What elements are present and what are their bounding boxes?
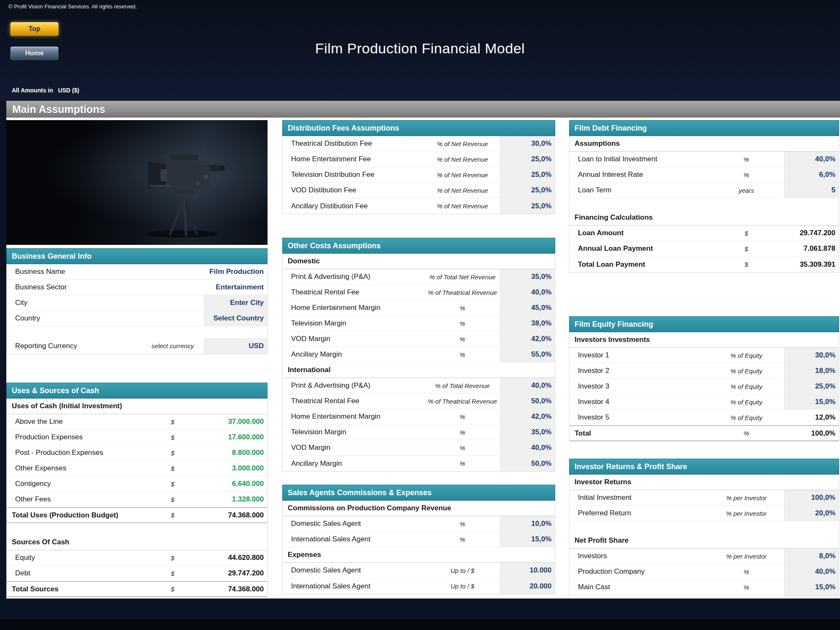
table-row: Television Distribution Fee% of Net Reve… bbox=[283, 167, 555, 183]
row-label: Other Expenses bbox=[7, 461, 141, 476]
row-unit bbox=[141, 295, 204, 310]
row-label: Uses of Cash (Initial Investment) bbox=[7, 399, 267, 414]
row-label: Business Name bbox=[7, 264, 141, 279]
row-label: Television Distribution Fee bbox=[283, 167, 425, 182]
row-unit bbox=[141, 311, 204, 326]
other-costs-body: DomesticPrint & Advertising (P&A)% of To… bbox=[282, 254, 555, 472]
input-value-cell[interactable]: 40,0% bbox=[500, 285, 555, 300]
row-unit: $ bbox=[141, 566, 204, 581]
row-unit: % of Net Revenue bbox=[425, 198, 500, 214]
top-button[interactable]: Top bbox=[10, 22, 59, 36]
input-value-cell[interactable]: Select Country bbox=[204, 311, 267, 326]
table-row: Annual Interest Rate%6,0% bbox=[570, 167, 839, 183]
table-row: Net Profit Share bbox=[570, 533, 839, 549]
row-unit: % per Investor bbox=[709, 490, 784, 505]
input-value-cell[interactable]: 30,0% bbox=[784, 348, 839, 363]
input-value-cell[interactable]: 42,0% bbox=[500, 409, 555, 424]
table-row: VOD Margin%42,0% bbox=[283, 331, 555, 347]
row-unit: $ bbox=[141, 476, 204, 491]
row-unit: $ bbox=[141, 445, 204, 460]
input-value-cell[interactable]: 100,0% bbox=[784, 490, 839, 505]
distribution-fees-header: Distribution Fees Assumptions bbox=[282, 120, 555, 136]
value-cell: 17.600.000 bbox=[204, 430, 267, 445]
row-label: Television Margin bbox=[283, 425, 425, 440]
input-value-cell[interactable]: 25,0% bbox=[500, 198, 555, 214]
sales-agents-section: Sales Agents Commissions & ExpensesCommi… bbox=[282, 485, 555, 594]
row-label: Investor 4 bbox=[570, 394, 709, 410]
input-value-cell[interactable]: 25,0% bbox=[784, 379, 839, 394]
input-value-cell[interactable]: 40,0% bbox=[784, 152, 839, 167]
main-assumptions-bar: Main Assumptions bbox=[6, 101, 840, 118]
table-row: International bbox=[283, 362, 555, 378]
input-value-cell[interactable]: 35,0% bbox=[500, 269, 555, 284]
input-value-cell[interactable]: Enter City bbox=[204, 295, 267, 310]
row-unit: $ bbox=[141, 461, 204, 476]
input-value-cell[interactable]: 15,0% bbox=[784, 394, 839, 410]
left-column: Business General InfoBusiness NameFilm P… bbox=[6, 120, 268, 597]
row-label: Home Entertainment Margin bbox=[283, 300, 425, 315]
input-value-cell[interactable]: 25,0% bbox=[500, 167, 555, 182]
input-value-cell[interactable]: 20.000 bbox=[500, 578, 555, 594]
input-value-cell[interactable]: 25,0% bbox=[500, 152, 555, 167]
table-row: Loan Termyears5 bbox=[570, 183, 839, 198]
row-label: Total Uses (Production Budget) bbox=[7, 508, 141, 522]
input-value-cell[interactable]: 15,0% bbox=[500, 532, 555, 547]
input-value-cell[interactable]: 18,0% bbox=[784, 363, 839, 378]
row-unit: % of Net Revenue bbox=[425, 152, 500, 167]
input-value-cell[interactable]: 42,0% bbox=[500, 331, 555, 346]
row-label: Total bbox=[570, 426, 709, 441]
input-value-cell[interactable]: 15,0% bbox=[784, 580, 839, 595]
row-label: Other Fees bbox=[7, 492, 141, 507]
table-row: Total Sources$74.368.000 bbox=[7, 581, 267, 597]
table-row: International Sales AgentUp to / $20.000 bbox=[283, 578, 555, 594]
input-value-cell[interactable]: 38,0% bbox=[500, 316, 555, 331]
value-cell: 74.368.000 bbox=[204, 582, 267, 596]
row-unit: % of Theatrical Revenue bbox=[425, 285, 500, 300]
row-label: International bbox=[283, 362, 555, 378]
input-value-cell[interactable]: 10,0% bbox=[500, 516, 555, 531]
input-value-cell[interactable]: 45,0% bbox=[500, 300, 555, 315]
row-label: Post - Production Expenses bbox=[7, 445, 141, 460]
middle-column: Distribution Fees AssumptionsTheatrical … bbox=[282, 120, 555, 594]
page: © Profit Vision Financial Services. All … bbox=[0, 0, 840, 630]
table-row: Production Company%40,0% bbox=[570, 564, 839, 580]
row-unit: $ bbox=[141, 492, 204, 507]
input-value-cell[interactable]: 40,0% bbox=[500, 440, 555, 455]
value-cell: 74.368.000 bbox=[204, 508, 267, 522]
row-label: Investor 3 bbox=[570, 379, 709, 394]
input-value-cell[interactable]: 25,0% bbox=[500, 183, 555, 198]
input-value-cell[interactable]: 5 bbox=[784, 183, 839, 198]
row-unit: % bbox=[425, 532, 500, 547]
table-row: Theatrical Rental Fee% of Theatrical Rev… bbox=[283, 285, 555, 300]
row-label: Investors bbox=[570, 549, 709, 564]
table-row: Domestic bbox=[283, 254, 555, 269]
page-title: Film Production Financial Model bbox=[0, 40, 840, 57]
input-value-cell[interactable]: 55,0% bbox=[500, 347, 555, 362]
row-label: City bbox=[7, 295, 141, 310]
row-label: Theatrical Rental Fee bbox=[283, 394, 425, 409]
row-unit: % of Net Revenue bbox=[425, 167, 500, 182]
distribution-fees-section: Distribution Fees AssumptionsTheatrical … bbox=[282, 120, 555, 214]
input-value-cell[interactable]: 40,0% bbox=[500, 378, 555, 393]
row-label: Loan Amount bbox=[570, 226, 709, 241]
input-value-cell[interactable]: 8,0% bbox=[784, 549, 839, 564]
input-value-cell[interactable]: 30,0% bbox=[500, 136, 555, 151]
table-row: Loan to Initial Investment%40,0% bbox=[570, 152, 839, 167]
amounts-label: All Amounts in USD ($) bbox=[12, 87, 79, 94]
table-row: Theatrical Rental Fee% of Theatrical Rev… bbox=[283, 394, 555, 409]
row-label: Total Loan Payment bbox=[570, 257, 709, 272]
business-info-section: Business General InfoBusiness NameFilm P… bbox=[6, 248, 268, 354]
input-value-cell[interactable]: 35,0% bbox=[500, 425, 555, 440]
input-value-cell[interactable]: 50,0% bbox=[500, 456, 555, 471]
input-value-cell[interactable]: 20,0% bbox=[784, 506, 839, 521]
input-value-cell[interactable]: 40,0% bbox=[784, 564, 839, 579]
value-cell: 37.000.000 bbox=[204, 414, 267, 429]
film-equity-header: Film Equity Financing bbox=[569, 316, 839, 332]
row-label: Debt bbox=[7, 566, 141, 581]
input-value-cell[interactable]: 6,0% bbox=[784, 167, 839, 182]
input-value-cell[interactable]: 10.000 bbox=[500, 563, 555, 578]
row-label: VOD Margin bbox=[283, 331, 425, 346]
input-value-cell[interactable]: 50,0% bbox=[500, 394, 555, 409]
input-value-cell[interactable]: USD bbox=[204, 338, 267, 354]
row-unit: % per Investor bbox=[709, 506, 784, 521]
